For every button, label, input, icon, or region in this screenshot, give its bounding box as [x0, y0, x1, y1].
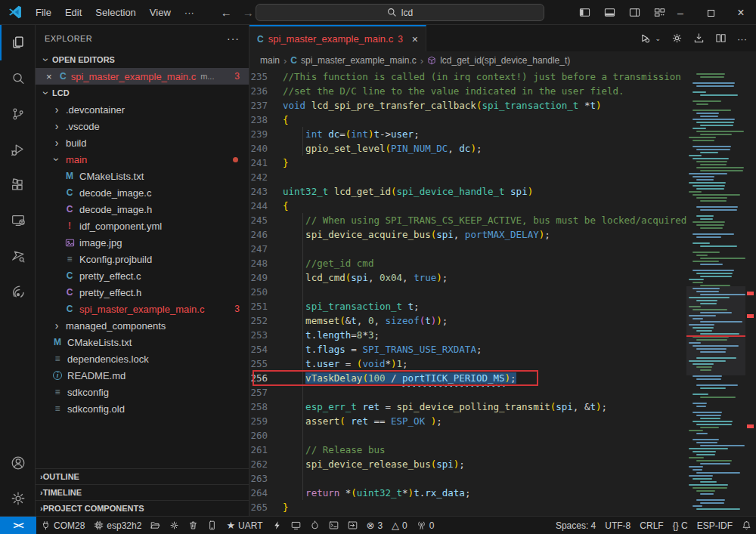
layout-panel-button[interactable]	[604, 7, 615, 18]
activity-run-debug[interactable]	[0, 131, 35, 167]
code-line-265[interactable]: 265}	[249, 500, 686, 514]
tree-file-spi-master-example-main-c[interactable]: Cspi_master_example_main.c3	[36, 301, 249, 317]
statusbar-star[interactable]: ★UART	[222, 517, 267, 534]
minimize-button[interactable]: –	[665, 7, 696, 19]
code-line-248[interactable]: 248 //get_id cmd	[249, 256, 686, 270]
back-arrow-icon[interactable]: ←	[221, 6, 232, 19]
tree-file-readme-md[interactable]: iREADME.md	[36, 367, 249, 384]
tree-file-decode-image-h[interactable]: Cdecode_image.h	[36, 201, 249, 218]
maximize-button[interactable]	[696, 7, 726, 19]
statusbar-utf-8[interactable]: UTF-8	[600, 517, 635, 534]
tree-file-image-jpg[interactable]: image.jpg	[36, 234, 249, 251]
tree-folder-main[interactable]: ›main	[36, 151, 249, 168]
menu-file[interactable]: File	[29, 5, 58, 20]
tree-file-sdkconfig[interactable]: ≡sdkconfig	[36, 384, 249, 400]
open-editors-header[interactable]: › OPEN EDITORS	[36, 51, 249, 68]
tree-file-kconfig-projbuild[interactable]: ≡Kconfig.projbuild	[36, 251, 249, 267]
code-line-243[interactable]: 243uint32_t lcd_get_id(spi_device_handle…	[249, 184, 686, 199]
code-line-253[interactable]: 253 t.length=8*3;	[249, 328, 686, 342]
statusbar-monitor[interactable]	[287, 517, 305, 534]
code-line-262[interactable]: 262 spi_device_release_bus(spi);	[249, 457, 686, 471]
code-line-256[interactable]: 256 vTaskDelay(100 / portTICK_PERIOD_MS)…	[249, 371, 686, 385]
breadcrumb-file[interactable]: spi_master_example_main.c	[301, 55, 417, 66]
tab-spi-master-example-main[interactable]: C spi_master_example_main.c 3 ×	[249, 25, 426, 51]
layout-customize-button[interactable]	[654, 7, 665, 18]
code-line-247[interactable]: 247	[249, 242, 686, 256]
statusbar-flame[interactable]	[305, 517, 324, 534]
tree-file-cmakelists-txt[interactable]: MCMakeLists.txt	[36, 334, 249, 350]
minimap[interactable]	[686, 69, 745, 516]
statusbar-terminal[interactable]	[324, 517, 343, 534]
tree-folder--devcontainer[interactable]: ›.devcontainer	[36, 101, 249, 118]
activity-explorer[interactable]	[0, 25, 35, 60]
code-line-257[interactable]: 257	[249, 385, 686, 400]
timeline-panel-header[interactable]: ›TIMELINE	[36, 484, 249, 500]
statusbar-spaces-4[interactable]: Spaces: 4	[551, 517, 600, 534]
tree-file-dependencies-lock[interactable]: ≡dependencies.lock	[36, 350, 249, 367]
activity-settings[interactable]	[0, 480, 35, 516]
code-line-252[interactable]: 252 memset(&t, 0, sizeof(t));	[249, 313, 686, 328]
more-button[interactable]: ···	[737, 32, 747, 45]
statusbar--c[interactable]: {} C	[668, 517, 692, 534]
activity-account[interactable]	[0, 445, 35, 480]
code-line-255[interactable]: 255 t.user = (void*)1;	[249, 357, 686, 371]
statusbar-device[interactable]	[203, 517, 222, 534]
code-line-264[interactable]: 264 return *(uint32_t*)t.rx_data;	[249, 486, 686, 500]
forward-arrow-icon[interactable]: →	[243, 6, 254, 19]
code-line-237[interactable]: 237void lcd_spi_pre_transfer_callback(sp…	[249, 98, 686, 113]
code-line-241[interactable]: 241}	[249, 156, 686, 170]
install-button[interactable]	[693, 32, 705, 44]
close-button[interactable]: ×	[726, 6, 756, 20]
tree-file-idf-component-yml[interactable]: !idf_component.yml	[36, 218, 249, 234]
statusbar-antenna[interactable]: 0	[412, 517, 439, 534]
sidebar-more-icon[interactable]: ···	[227, 32, 240, 45]
tree-folder-build[interactable]: ›build	[36, 134, 249, 151]
statusbar-error[interactable]: ⊗3	[362, 517, 388, 534]
tree-file-sdkconfig-old[interactable]: ≡sdkconfig.old	[36, 400, 249, 417]
overview-ruler[interactable]	[745, 69, 756, 516]
code-line-235[interactable]: 235//This function is called (in irq con…	[249, 69, 686, 84]
code-line-260[interactable]: 260	[249, 428, 686, 443]
close-icon[interactable]: ×	[46, 71, 60, 82]
code-lines[interactable]: 235//This function is called (in irq con…	[249, 69, 686, 516]
code-line-245[interactable]: 245 // When using SPI_TRANS_CS_KEEP_ACTI…	[249, 213, 686, 227]
tree-folder-managed-components[interactable]: ›managed_components	[36, 317, 249, 334]
statusbar-bell[interactable]	[737, 517, 756, 534]
minimap-viewport[interactable]	[686, 286, 745, 375]
open-editor-item[interactable]: × C spi_master_example_main.c m... 3	[36, 68, 249, 85]
statusbar-remote[interactable]: ><	[0, 517, 36, 534]
tree-file-pretty-effect-h[interactable]: Cpretty_effect.h	[36, 284, 249, 301]
statusbar-gear[interactable]	[165, 517, 184, 534]
menu-selection[interactable]: Selection	[88, 5, 142, 20]
tree-file-cmakelists-txt[interactable]: MCMakeLists.txt	[36, 168, 249, 184]
menu-edit[interactable]: Edit	[58, 5, 88, 20]
tree-file-decode-image-c[interactable]: Cdecode_image.c	[36, 184, 249, 201]
code-line-251[interactable]: 251 spi_transaction_t t;	[249, 299, 686, 313]
gear-button[interactable]	[671, 32, 683, 44]
run-or-debug-button[interactable]	[640, 32, 651, 44]
breadcrumb-symbol[interactable]: lcd_get_id(spi_device_handle_t)	[440, 55, 570, 66]
statusbar-esp-idf[interactable]: ESP-IDF	[692, 517, 737, 534]
project-components-panel-header[interactable]: ›PROJECT COMPONENTS	[36, 500, 249, 516]
tab-close-icon[interactable]: ×	[412, 33, 418, 45]
menu-view[interactable]: View	[143, 5, 178, 20]
command-center-search[interactable]: lcd	[256, 4, 544, 21]
statusbar-trash[interactable]	[184, 517, 203, 534]
statusbar-crlf[interactable]: CRLF	[635, 517, 668, 534]
code-line-249[interactable]: 249 lcd_cmd(spi, 0x04, true);	[249, 270, 686, 285]
code-line-261[interactable]: 261 // Release bus	[249, 443, 686, 457]
code-line-236[interactable]: 236//set the D/C line to the value indic…	[249, 84, 686, 98]
outline-panel-header[interactable]: ›OUTLINE	[36, 468, 249, 484]
breadcrumb-folder[interactable]: main	[260, 55, 280, 66]
code-line-259[interactable]: 259 assert( ret == ESP_OK );	[249, 414, 686, 428]
activity-espressif[interactable]	[0, 273, 35, 309]
activity-extensions[interactable]	[0, 167, 35, 202]
split-editor-button[interactable]	[715, 32, 727, 44]
menu-more[interactable]: ···	[178, 5, 201, 20]
activity-search[interactable]	[0, 60, 35, 96]
activity-remote-explorer[interactable]	[0, 202, 35, 238]
activity-source-control[interactable]	[0, 96, 35, 131]
code-line-246[interactable]: 246 spi_device_acquire_bus(spi, portMAX_…	[249, 227, 686, 242]
code-line-258[interactable]: 258 esp_err_t ret = spi_device_polling_t…	[249, 400, 686, 414]
tree-folder--vscode[interactable]: ›.vscode	[36, 118, 249, 134]
